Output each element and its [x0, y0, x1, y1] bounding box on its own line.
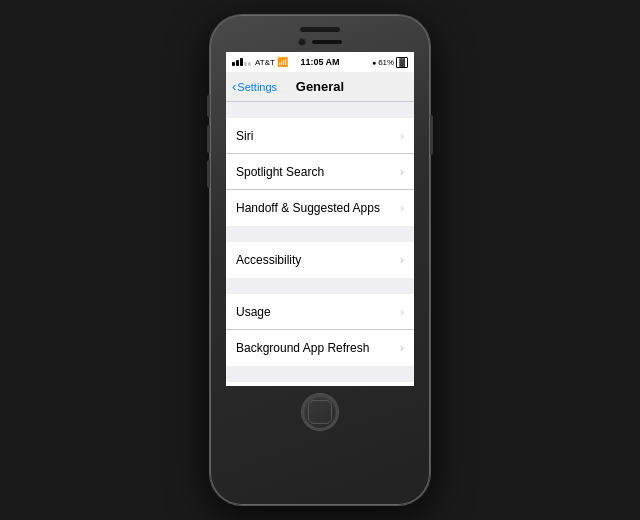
section-2: Accessibility ›: [226, 242, 414, 278]
battery-percent: 61%: [378, 58, 394, 67]
battery-icon: ▓: [396, 57, 408, 68]
section-gap-4: [226, 366, 414, 382]
item-right-usage: ›: [400, 305, 404, 319]
vol-down-button: [207, 160, 210, 188]
screen: AT&T 📶 11:05 AM ● 61% ▓ ‹ Settings Gener…: [226, 52, 414, 386]
section-gap-1: [226, 102, 414, 118]
back-label[interactable]: Settings: [237, 81, 277, 93]
back-chevron-icon: ‹: [232, 79, 236, 94]
section-3: Usage › Background App Refresh ›: [226, 294, 414, 366]
time-display: 11:05 AM: [300, 57, 339, 67]
item-label-siri: Siri: [236, 129, 253, 143]
home-button-inner: [308, 400, 332, 424]
chevron-icon-siri: ›: [400, 129, 404, 143]
item-label-handoff: Handoff & Suggested Apps: [236, 201, 380, 215]
item-right-accessibility: ›: [400, 253, 404, 267]
page-title: General: [296, 79, 344, 94]
status-bar: AT&T 📶 11:05 AM ● 61% ▓: [226, 52, 414, 72]
back-button[interactable]: ‹ Settings: [232, 79, 277, 94]
carrier-label: AT&T: [255, 58, 275, 67]
item-right-siri: ›: [400, 129, 404, 143]
list-item-autolock[interactable]: Auto-Lock 1 Minute ›: [226, 382, 414, 386]
chevron-icon-spotlight: ›: [400, 165, 404, 179]
list-item-background[interactable]: Background App Refresh ›: [226, 330, 414, 366]
status-right: ● 61% ▓: [372, 57, 408, 68]
chevron-icon-handoff: ›: [400, 201, 404, 215]
item-label-usage: Usage: [236, 305, 271, 319]
item-right-spotlight: ›: [400, 165, 404, 179]
earpiece: [312, 40, 342, 44]
vol-up-button: [207, 125, 210, 153]
section-4: Auto-Lock 1 Minute › Restrictions Off ›: [226, 382, 414, 386]
list-item-accessibility[interactable]: Accessibility ›: [226, 242, 414, 278]
chevron-icon-background: ›: [400, 341, 404, 355]
location-icon: ●: [372, 59, 376, 66]
status-left: AT&T 📶: [232, 57, 288, 67]
nav-bar: ‹ Settings General: [226, 72, 414, 102]
list-item-usage[interactable]: Usage ›: [226, 294, 414, 330]
item-label-background: Background App Refresh: [236, 341, 369, 355]
list-item-handoff[interactable]: Handoff & Suggested Apps ›: [226, 190, 414, 226]
settings-list: Siri › Spotlight Search › Handoff & Sugg…: [226, 102, 414, 386]
item-label-accessibility: Accessibility: [236, 253, 301, 267]
speaker: [300, 27, 340, 32]
section-1: Siri › Spotlight Search › Handoff & Sugg…: [226, 118, 414, 226]
chevron-icon-usage: ›: [400, 305, 404, 319]
list-item-spotlight[interactable]: Spotlight Search ›: [226, 154, 414, 190]
signal-strength: [232, 58, 251, 66]
wifi-icon: 📶: [277, 57, 288, 67]
section-gap-2: [226, 226, 414, 242]
section-gap-3: [226, 278, 414, 294]
chevron-icon-accessibility: ›: [400, 253, 404, 267]
front-camera: [298, 38, 306, 46]
item-label-spotlight: Spotlight Search: [236, 165, 324, 179]
item-right-background: ›: [400, 341, 404, 355]
camera-row: [298, 38, 342, 46]
item-right-handoff: ›: [400, 201, 404, 215]
home-button[interactable]: [302, 394, 338, 430]
list-item-siri[interactable]: Siri ›: [226, 118, 414, 154]
home-button-area: [302, 394, 338, 430]
phone-frame: AT&T 📶 11:05 AM ● 61% ▓ ‹ Settings Gener…: [210, 15, 430, 505]
